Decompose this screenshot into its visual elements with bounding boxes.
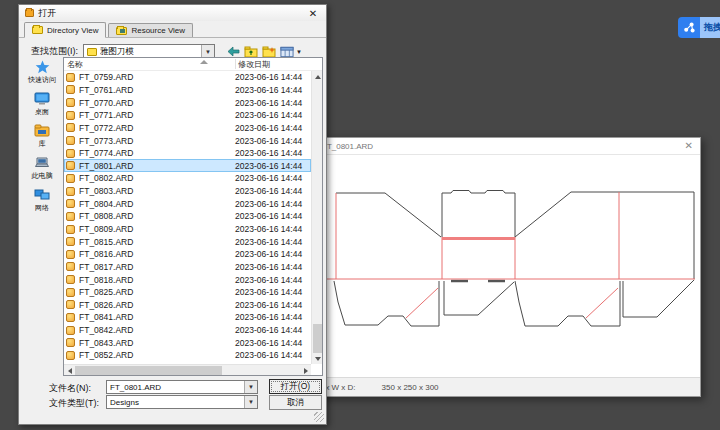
ard-file-icon: [66, 98, 75, 107]
ard-file-icon: [66, 149, 75, 158]
view-menu-caret-icon[interactable]: ▼: [296, 49, 302, 55]
dialog-titlebar[interactable]: 打开 ✕: [19, 5, 326, 21]
file-row[interactable]: FT_0761.ARD 2023-06-16 14:44: [64, 84, 311, 97]
horizontal-scrollbar[interactable]: [64, 364, 311, 375]
vertical-scroll-thumb[interactable]: [313, 324, 322, 356]
file-row[interactable]: FT_0826.ARD 2023-06-16 14:44: [64, 299, 311, 312]
file-row[interactable]: FT_0770.ARD 2023-06-16 14:44: [64, 96, 311, 109]
preview-title: FT_0801.ARD: [322, 142, 373, 151]
preview-titlebar[interactable]: FT_0801.ARD ✕: [301, 138, 700, 155]
directory-folder-icon: [32, 26, 43, 34]
file-row[interactable]: FT_0852.ARD 2023-06-16 14:44: [64, 349, 311, 362]
vertical-scrollbar[interactable]: [311, 71, 322, 364]
list-header: 名称 修改日期: [64, 58, 322, 71]
file-row[interactable]: FT_0803.ARD 2023-06-16 14:44: [64, 185, 311, 198]
scroll-down-icon[interactable]: [312, 353, 323, 364]
file-name-dropdown-icon[interactable]: ▼: [244, 381, 257, 393]
file-row[interactable]: FT_0801.ARD 2023-06-16 14:44: [64, 159, 311, 172]
scroll-right-icon[interactable]: [300, 365, 311, 376]
quick-access-star-icon: [35, 59, 50, 74]
ard-file-icon: [66, 262, 75, 271]
file-row[interactable]: FT_0841.ARD 2023-06-16 14:44: [64, 311, 311, 324]
sidebar-item-libraries[interactable]: 库: [21, 123, 63, 149]
file-type-dropdown-icon[interactable]: ▼: [244, 396, 257, 408]
column-header-name[interactable]: 名称: [64, 59, 235, 70]
share-nodes-icon: [678, 17, 700, 38]
tab-resource-view[interactable]: Resource View: [108, 23, 193, 37]
file-row[interactable]: FT_0843.ARD 2023-06-16 14:44: [64, 336, 311, 349]
file-list: 名称 修改日期 FT_0759.ARD 2023-06-16 14:44 FT_…: [63, 57, 323, 376]
ard-file-icon: [66, 326, 75, 335]
view-tabs: Directory View Resource View: [19, 21, 326, 38]
sidebar-item-network[interactable]: 网络: [21, 187, 63, 213]
tab-directory-view[interactable]: Directory View: [24, 22, 106, 38]
file-row[interactable]: FT_0774.ARD 2023-06-16 14:44: [64, 147, 311, 160]
file-row[interactable]: FT_0817.ARD 2023-06-16 14:44: [64, 261, 311, 274]
drag-target-chip[interactable]: 拖拽至: [678, 17, 720, 38]
horizontal-scroll-thumb[interactable]: [75, 366, 222, 375]
ard-file-icon: [66, 338, 75, 347]
column-divider[interactable]: [235, 59, 236, 69]
sidebar-item-this-pc[interactable]: 此电脑: [21, 155, 63, 181]
file-row[interactable]: FT_0842.ARD 2023-06-16 14:44: [64, 324, 311, 337]
ard-file-icon: [66, 288, 75, 297]
drag-chip-label: 拖拽至: [700, 17, 720, 38]
cancel-button[interactable]: 取消: [269, 395, 322, 410]
ard-file-icon: [66, 225, 75, 234]
places-sidebar: 快速访问 桌面 库 此电脑: [21, 59, 63, 219]
file-row[interactable]: FT_0771.ARD 2023-06-16 14:44: [64, 109, 311, 122]
file-row[interactable]: FT_0759.ARD 2023-06-16 14:44: [64, 71, 311, 84]
preview-statusbar: L x W x D: 350 x 250 x 300: [301, 377, 700, 396]
file-row[interactable]: FT_0809.ARD 2023-06-16 14:44: [64, 223, 311, 236]
file-row[interactable]: FT_0802.ARD 2023-06-16 14:44: [64, 172, 311, 185]
libraries-icon: [34, 123, 50, 138]
resource-folder-icon: [116, 27, 127, 35]
ard-file-icon: [66, 275, 75, 284]
dialog-close-icon[interactable]: ✕: [306, 8, 320, 19]
preview-close-icon[interactable]: ✕: [685, 141, 693, 151]
ard-file-icon: [66, 212, 75, 221]
dimensions-value: 350 x 250 x 300: [382, 383, 439, 392]
ard-file-icon: [66, 250, 75, 259]
ard-file-icon: [66, 313, 75, 322]
this-pc-icon: [34, 155, 50, 170]
file-name-combobox[interactable]: FT_0801.ARD ▼: [106, 380, 258, 394]
network-icon: [34, 187, 50, 202]
scroll-up-icon[interactable]: [312, 71, 323, 82]
ard-file-icon: [66, 85, 75, 94]
ard-file-icon: [66, 187, 75, 196]
ard-file-icon: [66, 161, 75, 170]
ard-file-icon: [66, 237, 75, 246]
ard-file-icon: [66, 111, 75, 120]
file-type-value: Designs: [110, 398, 139, 407]
sidebar-item-desktop[interactable]: 桌面: [21, 91, 63, 117]
desktop: FT_0801.ARD ✕: [0, 0, 720, 430]
file-type-label: 文件类型(T):: [49, 397, 99, 410]
preview-window: FT_0801.ARD ✕: [300, 137, 701, 397]
file-row[interactable]: FT_0773.ARD 2023-06-16 14:44: [64, 134, 311, 147]
ard-file-icon: [66, 351, 75, 360]
resize-grip[interactable]: [314, 412, 324, 422]
file-row[interactable]: FT_0818.ARD 2023-06-16 14:44: [64, 273, 311, 286]
open-button[interactable]: 打开(O): [269, 379, 322, 394]
sidebar-item-quick-access[interactable]: 快速访问: [21, 59, 63, 85]
file-row[interactable]: FT_0772.ARD 2023-06-16 14:44: [64, 122, 311, 135]
open-dialog: 打开 ✕ Directory View Resource View 查找范围(I…: [18, 4, 327, 425]
ard-file-icon: [66, 300, 75, 309]
file-type-combobox[interactable]: Designs ▼: [106, 395, 258, 409]
file-row[interactable]: FT_0816.ARD 2023-06-16 14:44: [64, 248, 311, 261]
file-row[interactable]: FT_0825.ARD 2023-06-16 14:44: [64, 286, 311, 299]
dieline-canvas: [301, 155, 700, 377]
sort-ascending-icon: [200, 60, 208, 64]
file-row[interactable]: FT_0804.ARD 2023-06-16 14:44: [64, 197, 311, 210]
current-folder-icon: [87, 48, 97, 56]
file-row[interactable]: FT_0808.ARD 2023-06-16 14:44: [64, 210, 311, 223]
file-row[interactable]: FT_0815.ARD 2023-06-16 14:44: [64, 235, 311, 248]
scroll-left-icon[interactable]: [64, 365, 75, 376]
look-in-value: 雅图刀模: [100, 46, 134, 58]
file-rows: FT_0759.ARD 2023-06-16 14:44 FT_0761.ARD…: [64, 71, 311, 364]
desktop-icon: [34, 91, 50, 106]
column-header-date[interactable]: 修改日期: [235, 59, 270, 70]
dialog-title: 打开: [38, 7, 56, 20]
ard-file-icon: [66, 73, 75, 82]
